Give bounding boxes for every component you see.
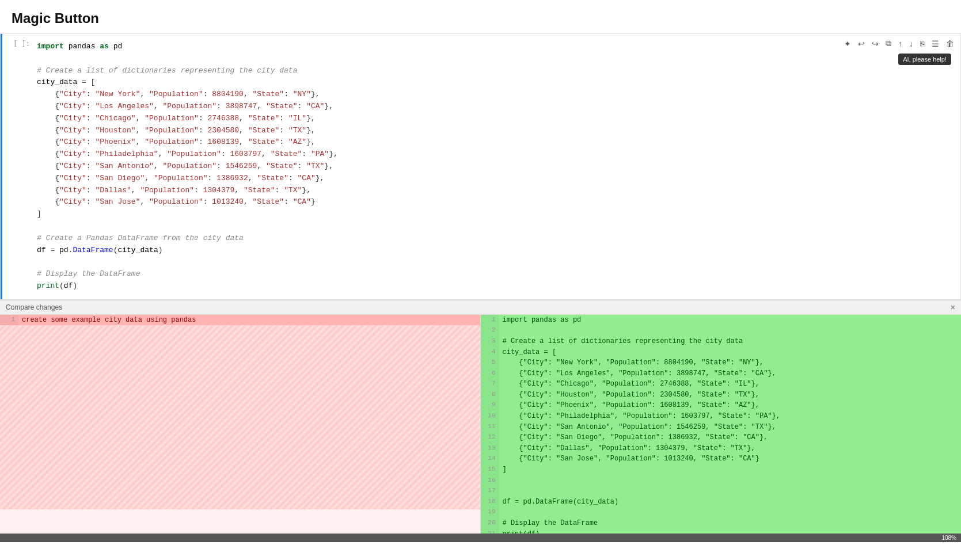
- compare-body: 1 create some example city data using pa…: [0, 315, 961, 534]
- cell-counter: [ ]:: [2, 37, 37, 48]
- ai-tooltip: AI, please help!: [898, 54, 951, 65]
- diff-added-line: 2: [481, 325, 962, 336]
- cell-toolbar: ✦ ↩ ↪ ⧉ ↑ ↓ ⎘ ☰ 🗑 AI, please help!: [842, 37, 956, 49]
- diff-added-line: 4 city_data = [: [481, 347, 962, 358]
- code-line: # Display the DataFrame: [37, 268, 960, 280]
- menu-icon[interactable]: ☰: [930, 38, 941, 49]
- delete-icon[interactable]: 🗑: [944, 38, 956, 49]
- diff-added-line: 19: [481, 507, 962, 518]
- code-line: {"City": "New York", "Population": 88041…: [37, 89, 960, 101]
- diff-added-line: 11 {"City": "San Antonio", "Population":…: [481, 422, 962, 433]
- code-line: ]: [37, 208, 960, 220]
- magic-wand-icon[interactable]: ✦: [842, 38, 853, 49]
- code-line: [37, 256, 960, 268]
- move-up-icon[interactable]: ↑: [897, 38, 904, 49]
- redo-icon[interactable]: ↪: [870, 38, 880, 49]
- code-line: # Create a list of dictionaries represen…: [37, 65, 960, 77]
- diff-added-line: 15 ]: [481, 464, 962, 475]
- code-line: {"City": "Houston", "Population": 230458…: [37, 125, 960, 137]
- compare-right-panel[interactable]: 1 import pandas as pd 2 3 # Create a lis…: [481, 315, 962, 534]
- code-line: {"City": "San Antonio", "Population": 15…: [37, 161, 960, 173]
- code-line: city_data = [: [37, 77, 960, 89]
- diff-added-line: 6 {"City": "Los Angeles", "Population": …: [481, 368, 962, 379]
- compare-header-label: Compare changes: [6, 303, 62, 311]
- diff-added-line: 1 import pandas as pd: [481, 315, 962, 326]
- compare-left-panel[interactable]: 1 create some example city data using pa…: [0, 315, 481, 534]
- diff-added-line: 7 {"City": "Chicago", "Population": 2746…: [481, 379, 962, 390]
- download-icon[interactable]: ⎘: [918, 38, 926, 49]
- zoom-level: 108%: [941, 535, 956, 541]
- compare-close-button[interactable]: ×: [951, 303, 955, 312]
- diff-added-line: 13 {"City": "Dallas", "Population": 1304…: [481, 443, 962, 454]
- diff-added-line: 20 # Display the DataFrame: [481, 518, 962, 529]
- diff-added-line: 10 {"City": "Philadelphia", "Population"…: [481, 411, 962, 422]
- code-line: import pandas as pd: [37, 41, 960, 53]
- code-line: # Create a Pandas DataFrame from the cit…: [37, 233, 960, 245]
- code-area[interactable]: import pandas as pd # Create a list of d…: [37, 37, 960, 299]
- diff-added-line: 14 {"City": "San Jose", "Population": 10…: [481, 454, 962, 464]
- diff-added-line: 5 {"City": "New York", "Population": 880…: [481, 357, 962, 368]
- copy-icon[interactable]: ⧉: [884, 37, 893, 49]
- undo-icon[interactable]: ↩: [856, 38, 867, 49]
- notebook-cell: [ ]: import pandas as pd # Create a list…: [0, 33, 961, 300]
- code-line: {"City": "Philadelphia", "Population": 1…: [37, 148, 960, 161]
- diff-added-line: 18 df = pd.DataFrame(city_data): [481, 497, 962, 508]
- code-line: df = pd.DataFrame(city_data): [37, 245, 960, 257]
- code-line: [37, 53, 960, 65]
- diff-added-line: 8 {"City": "Houston", "Population": 2304…: [481, 390, 962, 401]
- compare-header: Compare changes ×: [0, 300, 961, 315]
- diff-deleted-line: 1 create some example city data using pa…: [0, 315, 480, 326]
- move-down-icon[interactable]: ↓: [907, 38, 915, 49]
- code-line: [37, 220, 960, 233]
- code-line: {"City": "Los Angeles", "Population": 38…: [37, 101, 960, 113]
- code-line: {"City": "San Diego", "Population": 1386…: [37, 173, 960, 185]
- code-line: {"City": "Chicago", "Population": 274638…: [37, 113, 960, 125]
- diff-added-line: 9 {"City": "Phoenix", "Population": 1608…: [481, 400, 962, 411]
- compare-panel: Compare changes × 1 create some example …: [0, 300, 961, 542]
- diff-added-line: 17: [481, 486, 962, 497]
- code-line: print(df): [37, 280, 960, 292]
- footer-bar: 108%: [0, 534, 961, 542]
- cell-header: [ ]: import pandas as pd # Create a list…: [1, 34, 960, 299]
- diff-stripe-area: [0, 325, 480, 509]
- diff-added-line: 12 {"City": "San Diego", "Population": 1…: [481, 432, 962, 443]
- diff-added-line: 16: [481, 475, 962, 486]
- code-line: {"City": "Dallas", "Population": 1304379…: [37, 185, 960, 197]
- diff-added-line: 21 print(df): [481, 529, 962, 534]
- code-line: {"City": "San Jose", "Population": 10132…: [37, 196, 960, 208]
- diff-added-line: 3 # Create a list of dictionaries repres…: [481, 336, 962, 347]
- code-line: {"City": "Phoenix", "Population": 160813…: [37, 136, 960, 148]
- page-title: Magic Button: [0, 0, 961, 33]
